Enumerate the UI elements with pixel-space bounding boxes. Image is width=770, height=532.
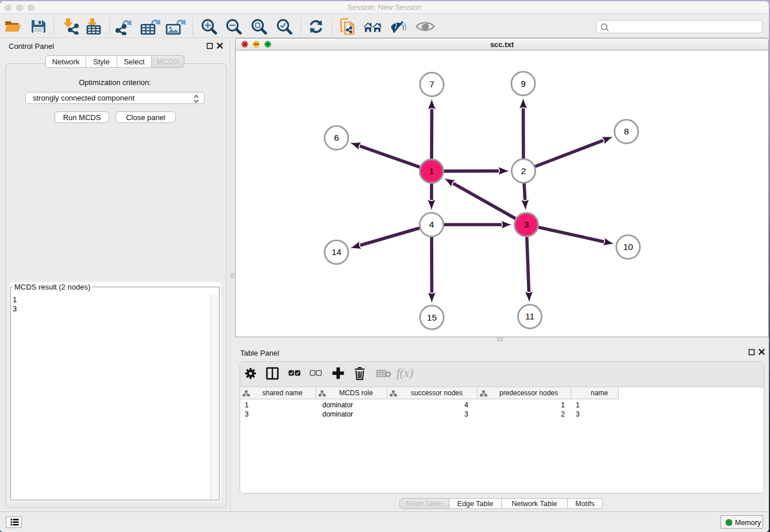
svg-text:8: 8 [624,126,629,136]
svg-text:14: 14 [332,247,342,257]
svg-text:10: 10 [623,242,633,252]
svg-text:15: 15 [427,313,437,322]
svg-text:2: 2 [521,166,526,176]
svg-text:7: 7 [429,79,434,89]
svg-text:4: 4 [429,219,434,229]
svg-text:6: 6 [334,133,339,142]
svg-text:9: 9 [521,79,526,88]
svg-text:3: 3 [524,219,529,229]
svg-text:1: 1 [429,166,434,176]
svg-text:11: 11 [525,311,534,321]
